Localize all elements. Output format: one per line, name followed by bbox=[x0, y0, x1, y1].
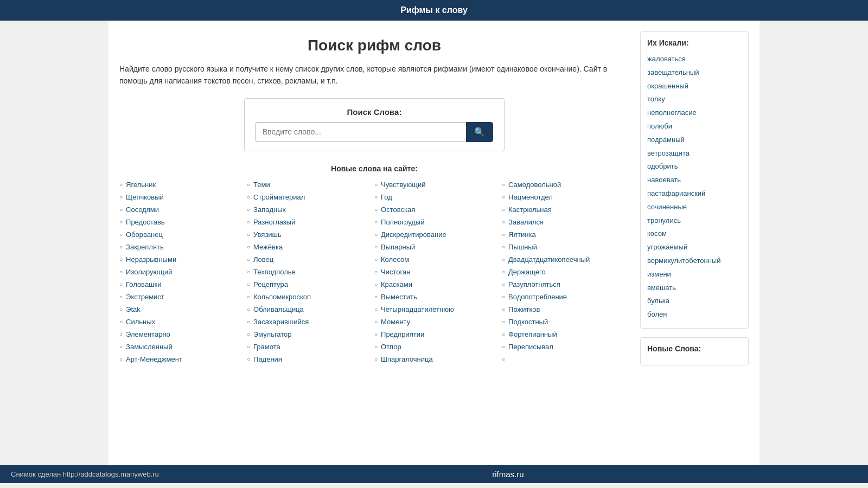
search-button[interactable]: 🔍 bbox=[466, 122, 493, 142]
list-item[interactable]: Кольпомикроскоп bbox=[247, 292, 374, 302]
site-header: Рифмы к слову bbox=[0, 0, 868, 21]
list-item[interactable]: Ловец bbox=[247, 254, 374, 265]
sidebar-searched-link[interactable]: болен bbox=[647, 308, 742, 322]
list-item[interactable]: Западных bbox=[247, 204, 374, 215]
list-item[interactable]: Нацменотдел bbox=[502, 192, 629, 202]
sidebar-new-words-title: Новые Слова: bbox=[647, 344, 742, 353]
words-grid: ЯгельникТемиЧувствующийСамодовольнойЩепч… bbox=[119, 179, 629, 364]
sidebar-searched-link[interactable]: одобрить bbox=[647, 160, 742, 174]
list-item[interactable]: Остовская bbox=[374, 204, 502, 215]
list-item[interactable]: Ялтинка bbox=[502, 229, 629, 240]
sidebar-searched-link[interactable]: измени bbox=[647, 268, 742, 281]
list-item[interactable]: Шпаргалочница bbox=[374, 354, 502, 364]
list-item[interactable]: Арт-Менеджмент bbox=[119, 354, 247, 364]
sidebar-searched-link[interactable]: полюби bbox=[647, 120, 742, 133]
list-item[interactable]: Ягельник bbox=[119, 179, 247, 190]
list-item[interactable]: Красками bbox=[374, 279, 502, 290]
search-label: Поиск Слова: bbox=[256, 107, 493, 117]
list-item[interactable]: Фортепианный bbox=[502, 329, 629, 339]
list-item[interactable]: Подкостный bbox=[502, 317, 629, 327]
list-item[interactable]: Отпор bbox=[374, 342, 502, 352]
list-item[interactable]: Пожитков bbox=[502, 304, 629, 314]
footer-site-url: rifmas.ru bbox=[492, 470, 524, 479]
list-item[interactable]: Выместить bbox=[374, 292, 502, 302]
sidebar-searched-link[interactable]: неполногласие bbox=[647, 106, 742, 120]
sidebar-searched-link[interactable]: косом bbox=[647, 227, 742, 241]
sidebar-searched-link[interactable]: окрашенный bbox=[647, 80, 742, 93]
list-item[interactable]: Разуплотняться bbox=[502, 279, 629, 290]
sidebar-searched-link[interactable]: вмешать bbox=[647, 281, 742, 295]
list-item[interactable]: Увязишь bbox=[247, 229, 374, 240]
list-item[interactable]: Эtak bbox=[119, 304, 247, 314]
list-item[interactable]: Щепчковый bbox=[119, 192, 247, 202]
list-item[interactable]: Оборванец bbox=[119, 229, 247, 240]
list-item[interactable]: Замысленный bbox=[119, 342, 247, 352]
list-item[interactable]: Разноглазый bbox=[247, 217, 374, 227]
list-item[interactable]: Техподполье bbox=[247, 267, 374, 277]
list-item[interactable]: Обливальщица bbox=[247, 304, 374, 314]
list-item[interactable]: Двадцатдцатикопеечный bbox=[502, 254, 629, 265]
list-item[interactable]: Завалился bbox=[502, 217, 629, 227]
page-wrapper: Поиск рифм слов Найдите слово русского я… bbox=[108, 21, 760, 465]
sidebar-searched-link[interactable]: завещательный bbox=[647, 66, 742, 80]
list-item[interactable]: Чистоган bbox=[374, 267, 502, 277]
list-item[interactable]: Экстремист bbox=[119, 292, 247, 302]
list-item[interactable]: Засахарившийся bbox=[247, 317, 374, 327]
list-item[interactable]: Самодовольной bbox=[502, 179, 629, 190]
list-item[interactable]: Теми bbox=[247, 179, 374, 190]
list-item[interactable]: Предприятии bbox=[374, 329, 502, 339]
list-item[interactable]: Водопотребление bbox=[502, 292, 629, 302]
list-item[interactable]: Предоставь bbox=[119, 217, 247, 227]
page-description: Найдите слово русского языка и получите … bbox=[119, 63, 629, 87]
sidebar-searched-links: жаловатьсязавещательныйокрашенныйтолкуне… bbox=[647, 53, 742, 322]
sidebar-searched-link[interactable]: тронулись bbox=[647, 214, 742, 228]
sidebar-searched-link[interactable]: навоевать bbox=[647, 174, 742, 187]
sidebar-searched-link[interactable]: жаловаться bbox=[647, 53, 742, 66]
list-item[interactable]: Рецептура bbox=[247, 279, 374, 290]
list-item[interactable]: Переписывал bbox=[502, 342, 629, 352]
search-row: 🔍 bbox=[256, 122, 493, 142]
list-item[interactable]: Головашки bbox=[119, 279, 247, 290]
sidebar-searched-link[interactable]: булька bbox=[647, 294, 742, 308]
list-item[interactable]: Выпарный bbox=[374, 242, 502, 252]
list-item[interactable]: Изолирующий bbox=[119, 267, 247, 277]
new-words-title: Новые слова на сайте: bbox=[119, 164, 629, 173]
search-box: Поиск Слова: 🔍 bbox=[244, 98, 505, 151]
sidebar-searched-link[interactable]: сочиненные bbox=[647, 201, 742, 214]
sidebar: Их Искали: жаловатьсязавещательныйокраше… bbox=[640, 31, 749, 454]
list-item[interactable]: Год bbox=[374, 192, 502, 202]
header-title: Рифмы к слову bbox=[400, 5, 468, 15]
list-item[interactable]: Кастрюльная bbox=[502, 204, 629, 215]
list-item[interactable]: Неразрывными bbox=[119, 254, 247, 265]
sidebar-searched-link[interactable]: подрамный bbox=[647, 133, 742, 147]
list-item[interactable]: Дискредитирование bbox=[374, 229, 502, 240]
list-item[interactable]: Колесом bbox=[374, 254, 502, 265]
list-item[interactable]: Пышный bbox=[502, 242, 629, 252]
list-item[interactable]: Четырнадцатилетнюю bbox=[374, 304, 502, 314]
list-item[interactable]: Моменту bbox=[374, 317, 502, 327]
list-item[interactable]: Полногрудый bbox=[374, 217, 502, 227]
list-item[interactable]: Эмульгатор bbox=[247, 329, 374, 339]
list-item[interactable]: Сильных bbox=[119, 317, 247, 327]
footer-screenshot-text: Снимок сделан http://addcatalogs.manyweb… bbox=[11, 470, 159, 478]
sidebar-searched-link[interactable]: вермикулитобетонный bbox=[647, 254, 742, 268]
sidebar-searched-link[interactable]: угрожаемый bbox=[647, 241, 742, 254]
list-item[interactable]: Соседями bbox=[119, 204, 247, 215]
list-item[interactable]: Закреплять bbox=[119, 242, 247, 252]
sidebar-new-words-box: Новые Слова: bbox=[640, 337, 749, 365]
list-item[interactable]: Падения bbox=[247, 354, 374, 364]
list-item[interactable]: Стройматериал bbox=[247, 192, 374, 202]
sidebar-searched-link[interactable]: ветрозащита bbox=[647, 147, 742, 160]
list-item[interactable]: Межёвка bbox=[247, 242, 374, 252]
footer: Снимок сделан http://addcatalogs.manyweb… bbox=[0, 465, 868, 483]
list-item[interactable]: Держащего bbox=[502, 267, 629, 277]
list-item[interactable] bbox=[502, 354, 629, 364]
list-item[interactable]: Элементарно bbox=[119, 329, 247, 339]
search-input[interactable] bbox=[256, 122, 466, 142]
list-item[interactable]: Чувствующий bbox=[374, 179, 502, 190]
sidebar-searched-box: Их Искали: жаловатьсязавещательныйокраше… bbox=[640, 31, 749, 329]
sidebar-searched-link[interactable]: толку bbox=[647, 93, 742, 106]
list-item[interactable]: Грамота bbox=[247, 342, 374, 352]
search-icon: 🔍 bbox=[474, 127, 485, 137]
sidebar-searched-link[interactable]: пастафарианский bbox=[647, 187, 742, 201]
